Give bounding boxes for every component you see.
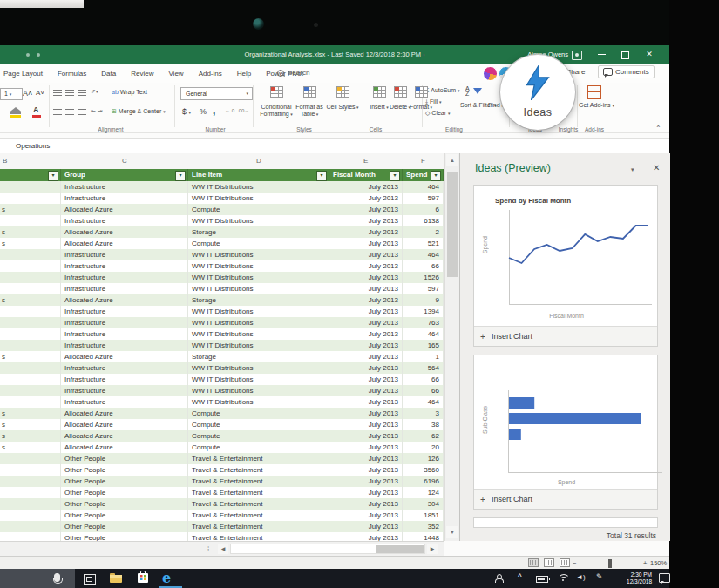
hidden-icons-chevron[interactable]: ^ (518, 572, 522, 580)
pane-close-icon[interactable]: ✕ (653, 163, 660, 172)
align-bottom-icon[interactable] (78, 90, 86, 97)
cell[interactable]: 352 (403, 521, 444, 532)
cell[interactable]: July 2013 (329, 226, 403, 238)
cell[interactable]: WW IT Distributions (188, 340, 329, 351)
align-middle-icon[interactable] (65, 90, 74, 97)
decrease-decimal-icon[interactable]: .00→ (237, 108, 249, 113)
ideas-callout[interactable]: Ideas (500, 55, 575, 130)
filter-dropdown-icon[interactable]: ▾ (316, 171, 327, 181)
cell[interactable]: 521 (403, 238, 444, 249)
cell[interactable]: WW IT Distributions (188, 215, 329, 226)
cell[interactable]: 464 (403, 181, 444, 193)
cell[interactable] (0, 487, 61, 498)
cell[interactable]: Travel & Entertainment (188, 487, 329, 498)
cell[interactable] (0, 306, 61, 317)
cell[interactable]: WW IT Distributions (188, 362, 329, 374)
cell[interactable]: Infrastructure (61, 317, 188, 328)
file-explorer-icon[interactable] (110, 575, 122, 583)
cell[interactable]: July 2013 (329, 215, 403, 226)
get-addins-button[interactable]: Get Add-ins ▾ (579, 102, 610, 109)
decrease-font-icon[interactable]: A˅ (36, 89, 44, 97)
cell[interactable]: 38 (403, 419, 444, 430)
cell[interactable]: Infrastructure (61, 306, 188, 317)
zoom-in-icon[interactable]: + (643, 557, 647, 570)
cell[interactable]: July 2013 (329, 408, 403, 419)
saved-status[interactable]: - Last Saved 12/3/2018 2:30 PM (327, 51, 421, 58)
orientation-icon[interactable]: ⇗▾ (91, 88, 98, 95)
splitter-grip-icon[interactable]: ⁞ (207, 544, 209, 552)
cell[interactable] (0, 215, 61, 226)
cell[interactable]: 304 (403, 498, 444, 510)
cell[interactable]: July 2013 (329, 464, 403, 476)
cell[interactable]: July 2013 (329, 487, 403, 498)
cell[interactable]: 464 (403, 328, 444, 340)
cell[interactable]: 20 (403, 442, 444, 453)
cell[interactable]: 6138 (403, 215, 444, 226)
microsoft-store-icon[interactable] (138, 573, 148, 583)
cell[interactable]: WW IT Distributions (188, 193, 329, 204)
cell[interactable]: July 2013 (329, 260, 403, 272)
cell[interactable]: s (0, 226, 61, 238)
cell[interactable]: July 2013 (329, 328, 403, 340)
cell[interactable]: 1851 (403, 510, 444, 521)
cell[interactable]: 564 (403, 362, 444, 374)
collapse-ribbon-icon[interactable]: ⌃ (655, 125, 661, 132)
vertical-scroll-thumb[interactable] (447, 172, 458, 277)
cell[interactable]: Travel & Entertainment (188, 521, 329, 532)
cell[interactable]: Storage (188, 226, 329, 238)
cell[interactable]: s (0, 204, 61, 215)
cell[interactable]: July 2013 (329, 521, 403, 532)
cell[interactable]: July 2013 (329, 306, 403, 317)
horizontal-scroll-thumb[interactable] (376, 545, 424, 553)
cell[interactable]: Infrastructure (61, 374, 188, 385)
header-cell-group[interactable]: Group▾ (61, 169, 188, 181)
cell[interactable] (0, 340, 61, 351)
cell[interactable]: July 2013 (329, 272, 403, 283)
cell[interactable]: 1448 (403, 532, 444, 541)
cell[interactable]: Allocated Azure (61, 294, 188, 306)
minimize-button[interactable] (593, 45, 612, 64)
battery-icon[interactable] (536, 576, 548, 583)
normal-view-icon[interactable] (528, 558, 539, 567)
cell[interactable] (0, 521, 61, 532)
idea-card-bar-chart[interactable]: Sub Class Spend + Insert Chart (473, 355, 658, 510)
percent-button[interactable]: % (200, 107, 207, 116)
column-letter[interactable]: B (3, 153, 7, 169)
cell[interactable]: Travel & Entertainment (188, 510, 329, 521)
cell[interactable]: Other People (61, 464, 188, 476)
tab-page-layout[interactable]: Page Layout (3, 70, 43, 78)
cell[interactable] (0, 181, 61, 193)
cell[interactable]: Other People (61, 510, 188, 521)
cell[interactable]: Compute (188, 442, 329, 453)
cell[interactable]: Infrastructure (61, 193, 188, 204)
cell[interactable]: July 2013 (329, 430, 403, 442)
currency-button[interactable]: $ ▾ (182, 107, 191, 116)
align-left-icon[interactable] (53, 109, 62, 116)
cell[interactable] (0, 193, 61, 204)
cell[interactable] (0, 453, 61, 464)
cell[interactable]: s (0, 408, 61, 419)
cell[interactable]: Allocated Azure (61, 408, 188, 419)
collaborator-avatar[interactable] (483, 66, 498, 81)
cell[interactable]: July 2013 (329, 204, 403, 215)
fill-color-swatch[interactable] (10, 115, 21, 118)
cell[interactable]: 3 (403, 408, 444, 419)
get-addins-icon[interactable] (587, 85, 601, 99)
cell[interactable]: July 2013 (329, 532, 403, 541)
cell[interactable]: July 2013 (329, 249, 403, 260)
cell[interactable]: Infrastructure (61, 181, 188, 193)
cell[interactable]: Compute (188, 204, 329, 215)
cell[interactable]: 62 (403, 430, 444, 442)
cell[interactable]: s (0, 238, 61, 249)
cell[interactable]: July 2013 (329, 453, 403, 464)
wifi-icon[interactable] (558, 574, 568, 583)
scroll-right-icon[interactable]: ▶ (427, 544, 438, 554)
cell[interactable]: Infrastructure (61, 396, 188, 408)
taskbar-search-box[interactable] (0, 569, 75, 588)
comments-button[interactable]: Comments (598, 65, 655, 78)
cell[interactable]: 126 (403, 453, 444, 464)
cell[interactable]: 6 (403, 204, 444, 215)
styles-cell-styles-button[interactable]: Cell Styles ▾ (322, 85, 363, 111)
cell[interactable]: Storage (188, 294, 329, 306)
cell[interactable] (0, 283, 61, 294)
